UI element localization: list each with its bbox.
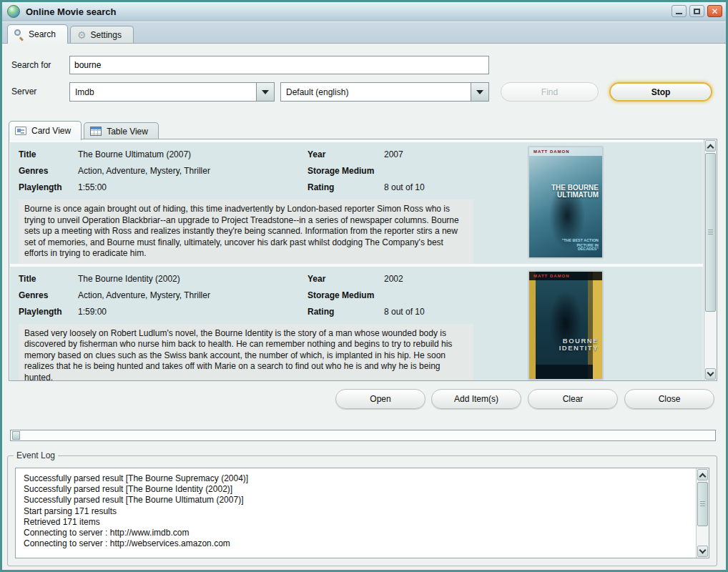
poster-title-text: THE BOURNE ULTIMATUM [543,184,599,199]
year-value: 2007 [384,147,483,163]
movie-poster: MATT DAMON BOURNE IDENTITY [528,271,603,380]
title-label: Title [19,271,78,287]
tab-card-view[interactable]: Card View [9,121,82,140]
search-panel: Search for Server Imdb Default (english)… [2,43,726,570]
log-line: Successfully parsed result [The Bourne S… [24,473,694,484]
storage-label: Storage Medium [308,287,384,304]
title-label: Title [19,147,78,163]
event-log-box: Successfully parsed result [The Bourne S… [15,468,709,558]
search-for-label: Search for [11,56,51,74]
close-dialog-button[interactable]: Close [624,389,714,409]
scrollbar-thumb[interactable] [697,482,708,526]
genres-label: Genres [19,163,78,179]
poster-tagline-text: "THE BEST ACTION PICTURE IN DECADES" [561,238,599,251]
playlength-label: Playlength [19,179,78,196]
tab-search[interactable]: Search [7,24,68,44]
server-select-value: Imdb [70,87,256,97]
chevron-up-icon [707,144,714,151]
gear-icon: ⚙ [77,30,87,40]
minimize-button[interactable] [672,5,687,17]
main-tab-bar: Search ⚙ Settings [2,22,726,43]
year-label: Year [308,271,384,287]
rating-label: Rating [308,179,384,196]
storage-label: Storage Medium [308,163,384,179]
chevron-down-icon [262,90,269,94]
event-log-group: Event Log Successfully parsed result [Th… [7,455,717,566]
close-icon: ✕ [711,7,718,16]
open-button[interactable]: Open [335,389,426,409]
view-tab-bar: Card View Table View [9,119,159,139]
plot-text: Based very loosely on Robert Ludlum's no… [19,324,473,382]
app-globe-icon [7,5,20,18]
cards-container: Title The Bourne Ultimatum (2007) Year 2… [10,139,703,380]
movie-card-ultimatum[interactable]: Title The Bourne Ultimatum (2007) Year 2… [10,142,703,264]
movie-poster: MATT DAMON THE BOURNE ULTIMATUM "THE BES… [528,147,603,258]
titlebar[interactable]: Online Movie search ✕ [2,2,726,21]
playlength-value: 1:59:00 [78,304,308,320]
chevron-down-icon [476,90,483,94]
genres-value: Action, Adventure, Mystery, Thriller [78,163,308,179]
results-scrollbar[interactable] [704,139,717,380]
log-line: Connecting to server : http://www.imdb.c… [24,528,694,538]
poster-footer-band [536,365,593,379]
close-button[interactable]: ✕ [707,5,722,17]
window-title: Online Movie search [26,6,116,17]
minimize-icon [676,13,682,14]
scrollbar-thumb[interactable] [705,153,716,312]
poster-header-text: MATT DAMON [529,272,602,280]
event-log-scrollbar[interactable] [696,468,709,558]
storage-value [384,287,483,304]
log-line: Successfully parsed result [The Bourne I… [24,484,694,495]
event-log-title: Event Log [14,450,58,460]
scroll-down-button[interactable] [705,368,716,380]
tab-table-view[interactable]: Table View [84,122,159,139]
rating-label: Rating [308,304,384,320]
server-select-arrow[interactable] [256,83,274,101]
language-select-value: Default (english) [281,87,471,97]
title-value: The Bourne Identity (2002) [78,271,308,287]
log-line: Retrieved 171 items [24,517,694,528]
language-select[interactable]: Default (english) [280,82,489,102]
progress-chunk [12,431,20,440]
window-controls: ✕ [672,5,722,17]
card-meta: Title The Bourne Identity (2002) Year 20… [19,271,483,320]
card-meta: Title The Bourne Ultimatum (2007) Year 2… [19,147,483,196]
log-line: Connecting to server : http://webservice… [24,538,694,549]
movie-card-identity[interactable]: Title The Bourne Identity (2002) Year 20… [10,267,703,382]
add-items-button[interactable]: Add Item(s) [431,389,521,409]
tab-table-view-label: Table View [107,127,148,137]
playlength-value: 1:55:00 [78,179,308,196]
scroll-up-button[interactable] [697,469,708,480]
clear-button[interactable]: Clear [528,389,618,409]
year-value: 2002 [384,271,483,287]
log-line: Successfully parsed result [The Bourne U… [24,495,694,506]
find-button[interactable]: Find [501,82,599,102]
server-select[interactable]: Imdb [69,82,275,102]
genres-value: Action, Adventure, Mystery, Thriller [78,287,308,304]
table-view-icon [90,127,102,136]
chevron-up-icon [699,473,707,480]
rating-value: 8 out of 10 [384,304,483,320]
plot-text: Bourne is once again brought out of hidi… [19,199,473,264]
search-icon [14,29,24,39]
tab-settings[interactable]: ⚙ Settings [70,26,134,43]
title-value: The Bourne Ultimatum (2007) [78,147,308,163]
rating-value: 8 out of 10 [384,179,483,196]
progress-bar [10,430,716,441]
playlength-label: Playlength [19,304,78,320]
chevron-down-icon [707,369,714,376]
maximize-icon [694,9,700,14]
card-details: Title The Bourne Ultimatum (2007) Year 2… [19,147,483,264]
scroll-down-button[interactable] [697,546,708,557]
tab-card-view-label: Card View [31,126,71,136]
poster-title-text: BOURNE IDENTITY [537,337,599,352]
year-label: Year [308,147,384,163]
server-label: Server [11,82,36,102]
maximize-button[interactable] [689,5,704,17]
search-input[interactable] [69,56,489,74]
scroll-up-button[interactable] [705,140,716,152]
app-window: Online Movie search ✕ Search ⚙ Settings … [0,0,728,572]
stop-button[interactable]: Stop [609,82,712,102]
language-select-arrow[interactable] [471,83,488,101]
log-line: Start parsing 171 results [24,506,694,517]
